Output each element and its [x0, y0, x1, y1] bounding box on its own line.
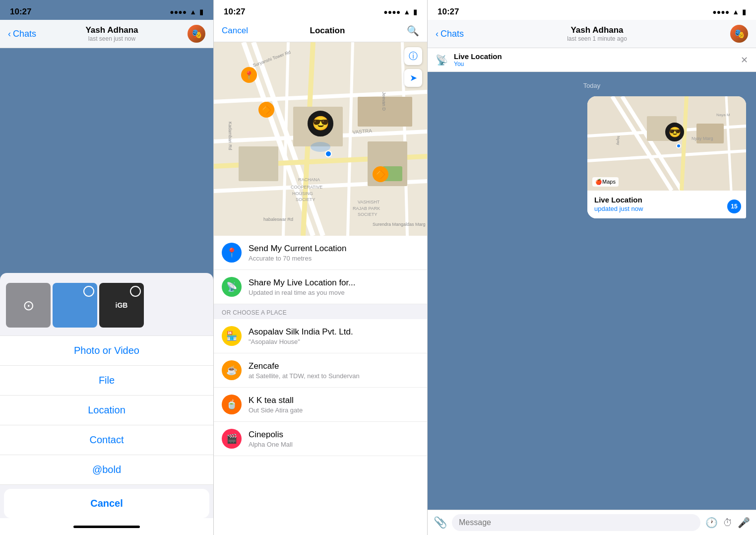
live-location-banner: 📡 Live Location You ✕ [428, 48, 756, 72]
place-text-3: Cinepolis Alpha One Mall [249, 430, 293, 448]
place-item-3[interactable]: 🎬 Cinepolis Alpha One Mall [214, 422, 427, 456]
cancel-button-1[interactable]: Cancel [4, 489, 209, 518]
live-location-banner-icon: 📡 [436, 54, 448, 66]
clock-icon[interactable]: 🕐 [705, 517, 718, 529]
map-info-button[interactable]: ⓘ [404, 47, 422, 65]
apple-maps-logo: 🍎Maps [592, 177, 619, 187]
svg-line-28 [612, 96, 672, 191]
svg-line-31 [587, 151, 746, 161]
share-mention[interactable]: @bold [0, 455, 213, 485]
wifi-icon-3: ▲ [732, 8, 739, 16]
choose-place-label: OR CHOOSE A PLACE [214, 304, 427, 319]
mic-icon[interactable]: 🎤 [738, 517, 750, 529]
location-title: Location [248, 26, 407, 36]
svg-text:Kadambari Rd: Kadambari Rd [228, 122, 233, 150]
map-location-button[interactable]: ➤ [404, 69, 422, 87]
bubble-map-title: Live Location [594, 196, 739, 204]
back-button-1[interactable]: ‹ Chats [8, 29, 36, 39]
bubble-badge: 15 [727, 200, 741, 213]
photo-thumb-1[interactable] [53, 283, 97, 328]
time-3: 10:27 [438, 7, 459, 17]
share-options-list: Photo or Video File Location Contact @bo… [0, 332, 213, 485]
chevron-left-icon-3: ‹ [436, 29, 439, 39]
live-location-bubble[interactable]: Nyay Marg Naya M Nyay 😎 🍎Maps Live Locat… [587, 96, 746, 218]
place-name-1: Zencafe [249, 361, 360, 371]
bubble-map-subtitle: updated just now [594, 205, 739, 212]
mini-map-svg: Nyay Marg Naya M Nyay [587, 96, 746, 191]
attach-icon[interactable]: 📎 [434, 516, 447, 529]
svg-line-32 [682, 96, 687, 191]
back-label-3: Chats [441, 29, 464, 39]
home-bar-1 [73, 526, 140, 528]
svg-text:VASHISHT: VASHISHT [358, 200, 380, 204]
place-detail-1: at Satellite, at TDW, next to Sundervan [249, 372, 360, 380]
location-nav: Cancel Location 🔍 [214, 20, 427, 42]
svg-text:habaleswar Rd: habaleswar Rd [263, 217, 293, 222]
place-name-3: Cinepolis [249, 430, 293, 440]
map-pin-1: 📍 [241, 67, 257, 83]
battery-icon-2: ▮ [413, 8, 417, 16]
place-item-2[interactable]: 🍵 K K tea stall Out Side Atira gate [214, 388, 427, 422]
place-icon-2: 🍵 [222, 395, 242, 414]
chevron-left-icon: ‹ [8, 29, 11, 39]
panel-3: 10:27 ●●●● ▲ ▮ ‹ Chats Yash Adhana last … [428, 0, 756, 535]
svg-text:HOUSING: HOUSING [292, 191, 313, 196]
today-label: Today [436, 82, 748, 89]
svg-rect-12 [239, 146, 278, 181]
status-icons-3: ●●●● ▲ ▮ [712, 8, 746, 16]
bubble-map-footer: Live Location updated just now [587, 191, 746, 218]
send-current-location-item[interactable]: 📍 Send My Current Location Accurate to 7… [214, 236, 427, 270]
selection-circle-1 [83, 286, 94, 297]
panel-2: 10:27 ●●●● ▲ ▮ Cancel Location 🔍 [213, 0, 428, 535]
chat-area-3: Today Nyay Marg Naya M Nyay 😎 [428, 72, 756, 510]
place-icon-0: 🏪 [222, 326, 242, 346]
svg-text:SOCIETY: SOCIETY [358, 212, 378, 217]
close-banner-button[interactable]: ✕ [741, 55, 748, 66]
contact-name-3: Yash Adhana [469, 25, 725, 35]
status-icons-1: ●●●● ▲ ▮ [170, 8, 203, 16]
share-location[interactable]: Location [0, 396, 213, 425]
camera-button[interactable]: ⊙ [6, 283, 51, 328]
live-location-subtitle: Updated in real time as you move [249, 289, 355, 296]
status-icons-2: ●●●● ▲ ▮ [383, 8, 417, 16]
svg-line-29 [622, 96, 682, 191]
battery-icon: ▮ [199, 8, 203, 16]
share-contact[interactable]: Contact [0, 425, 213, 455]
place-text-2: K K tea stall Out Side Atira gate [249, 396, 303, 414]
input-action-icons: 🕐 ⏱ 🎤 [705, 517, 750, 529]
place-item-0[interactable]: 🏪 Asopalav Silk India Pvt. Ltd. "Asopala… [214, 319, 427, 353]
share-photo-video[interactable]: Photo or Video [0, 335, 213, 366]
home-indicator-1 [0, 518, 213, 535]
contact-info-1: Yash Adhana last seen just now [41, 25, 183, 42]
search-icon[interactable]: 🔍 [407, 25, 419, 37]
svg-text:Jeevan D: Jeevan D [381, 92, 386, 111]
photo-strip: ⊙ iGB [0, 279, 213, 332]
avatar-3: 🎭 [730, 25, 748, 43]
live-location-text: Share My Live Location for... Updated in… [249, 278, 355, 296]
place-detail-3: Alpha One Mall [249, 441, 293, 448]
svg-text:RACHANA: RACHANA [298, 177, 320, 182]
contact-status-3: last seen 1 minute ago [469, 35, 725, 42]
back-button-3[interactable]: ‹ Chats [436, 29, 464, 39]
timer-icon[interactable]: ⏱ [723, 517, 733, 529]
share-file[interactable]: File [0, 366, 213, 396]
place-item-1[interactable]: ☕ Zencafe at Satellite, at TDW, next to … [214, 353, 427, 388]
cancel-button-2[interactable]: Cancel [222, 26, 248, 36]
status-bar-1: 10:27 ●●●● ▲ ▮ [0, 0, 213, 20]
photo-thumb-2[interactable]: iGB [99, 283, 144, 328]
panel-1: 10:27 ●●●● ▲ ▮ ‹ Chats Yash Adhana last … [0, 0, 213, 535]
back-label-1: Chats [13, 29, 36, 39]
share-sheet: ⊙ iGB Photo or Video File Location Conta… [0, 273, 213, 535]
current-location-text: Send My Current Location Accurate to 70 … [249, 244, 347, 262]
signal-icon-3: ●●●● [712, 8, 729, 16]
svg-text:Nyay Marg: Nyay Marg [692, 136, 713, 141]
battery-icon-3: ▮ [742, 8, 746, 16]
message-input[interactable] [452, 514, 700, 531]
share-live-location-item[interactable]: 📡 Share My Live Location for... Updated … [214, 270, 427, 304]
place-detail-0: "Asopalav House" [249, 338, 353, 345]
contact-name-1: Yash Adhana [41, 25, 183, 35]
location-list: 📍 Send My Current Location Accurate to 7… [214, 236, 427, 535]
contact-status-1: last seen just now [41, 35, 183, 42]
contact-info-3: Yash Adhana last seen 1 minute ago [469, 25, 725, 42]
map-overlay-buttons: ⓘ ➤ [404, 47, 422, 87]
